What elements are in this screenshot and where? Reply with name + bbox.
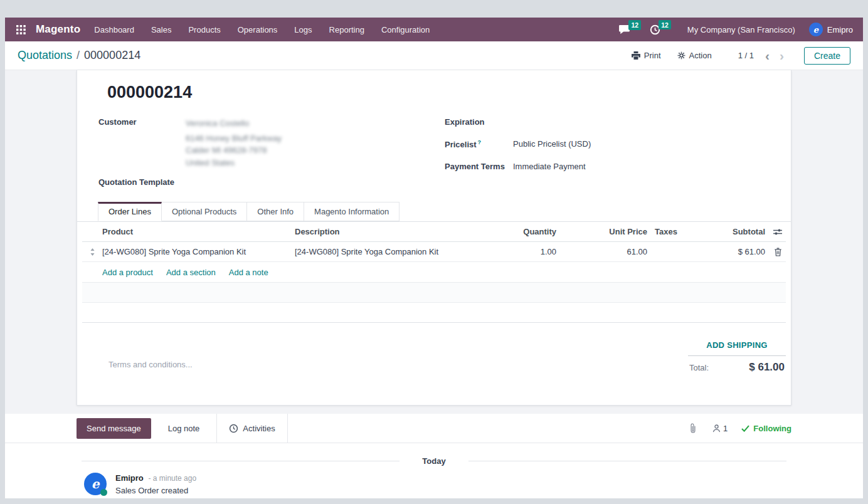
activities-label: Activities bbox=[243, 424, 275, 433]
add-note-link[interactable]: Add a note bbox=[229, 268, 268, 277]
customer-field[interactable]: Veronica Costello 6146 Honey Bluff Parkw… bbox=[186, 117, 282, 169]
cell-subtotal: $ 61.00 bbox=[699, 247, 765, 256]
payment-terms-label: Payment Terms bbox=[445, 162, 513, 171]
tab-optional-products[interactable]: Optional Products bbox=[162, 202, 247, 221]
menu-logs[interactable]: Logs bbox=[294, 25, 312, 34]
table-row[interactable]: [24-WG080] Sprite Yoga Companion Kit [24… bbox=[82, 242, 786, 262]
menu-products[interactable]: Products bbox=[188, 25, 220, 34]
pricelist-field[interactable]: Public Pricelist (USD) bbox=[513, 139, 591, 149]
quotation-template-label: Quotation Template bbox=[98, 177, 174, 187]
breadcrumb-quotations[interactable]: Quotations bbox=[18, 49, 72, 62]
customer-address-city: Calder MI 49628-7978 bbox=[186, 144, 282, 157]
followers-button[interactable]: 1 bbox=[712, 424, 728, 433]
total-amount: $ 61.00 bbox=[749, 361, 785, 374]
top-navbar: Magento Dashboard Sales Products Operati… bbox=[5, 18, 863, 41]
drag-handle-icon[interactable] bbox=[90, 248, 95, 256]
following-label: Following bbox=[753, 424, 791, 433]
activities-button[interactable]: 12 bbox=[650, 24, 671, 35]
customer-name[interactable]: Veronica Costello bbox=[186, 117, 282, 130]
gear-icon bbox=[677, 51, 685, 60]
create-button[interactable]: Create bbox=[804, 47, 850, 65]
messages-button[interactable]: 12 bbox=[618, 24, 641, 34]
breadcrumb: Quotations / 000000214 bbox=[18, 49, 140, 62]
next-page-button[interactable]: › bbox=[776, 49, 788, 62]
menu-operations[interactable]: Operations bbox=[238, 25, 278, 34]
company-switcher[interactable]: My Company (San Francisco) bbox=[687, 25, 795, 34]
message-author-avatar[interactable]: e bbox=[84, 473, 107, 495]
paperclip-icon bbox=[688, 423, 698, 433]
app-brand[interactable]: Magento bbox=[36, 23, 80, 36]
control-panel: Quotations / 000000214 Print Action 1 / … bbox=[5, 41, 863, 70]
cell-product[interactable]: [24-WG080] Sprite Yoga Companion Kit bbox=[102, 247, 295, 256]
form-view: 000000214 Customer Veronica Costello 614… bbox=[5, 70, 863, 414]
user-menu[interactable]: Emipro bbox=[827, 25, 853, 34]
notebook-tabs: Order Lines Optional Products Other Info… bbox=[77, 202, 791, 222]
add-product-link[interactable]: Add a product bbox=[102, 268, 153, 277]
empty-table-row bbox=[82, 283, 786, 303]
page-title: 000000214 bbox=[107, 83, 770, 102]
col-description: Description bbox=[295, 227, 483, 236]
tab-magento-information[interactable]: Magento Information bbox=[304, 202, 400, 221]
totals-box: ADD SHIPPING Total: $ 61.00 bbox=[688, 337, 786, 374]
total-label: Total: bbox=[689, 363, 709, 372]
totals-section: Terms and conditions... ADD SHIPPING Tot… bbox=[77, 323, 791, 374]
add-shipping-button[interactable]: ADD SHIPPING bbox=[688, 340, 786, 350]
online-status-dot bbox=[100, 489, 107, 496]
menu-configuration[interactable]: Configuration bbox=[381, 25, 430, 34]
menu-dashboard[interactable]: Dashboard bbox=[94, 25, 134, 34]
user-avatar[interactable]: e bbox=[809, 23, 823, 36]
followers-count: 1 bbox=[723, 424, 728, 433]
pager: 1 / 1 ‹ › bbox=[738, 49, 788, 62]
menu-reporting[interactable]: Reporting bbox=[329, 25, 364, 34]
cell-unit-price[interactable]: 61.00 bbox=[556, 247, 647, 256]
send-message-button[interactable]: Send message bbox=[77, 418, 151, 439]
tab-order-lines[interactable]: Order Lines bbox=[98, 202, 162, 221]
apps-grid-icon bbox=[16, 25, 26, 34]
action-label: Action bbox=[689, 51, 712, 60]
menu-sales[interactable]: Sales bbox=[151, 25, 172, 34]
col-product: Product bbox=[102, 227, 295, 236]
print-button[interactable]: Print bbox=[632, 51, 661, 60]
terms-and-conditions-input[interactable]: Terms and conditions... bbox=[109, 360, 193, 374]
customer-address-country: United States bbox=[186, 157, 282, 169]
date-divider-label: Today bbox=[422, 456, 445, 466]
person-icon bbox=[712, 424, 721, 433]
table-header-row: Product Description Quantity Unit Price … bbox=[82, 222, 786, 242]
following-button[interactable]: Following bbox=[741, 424, 791, 433]
prev-page-button[interactable]: ‹ bbox=[761, 49, 773, 62]
cell-description[interactable]: [24-WG080] Sprite Yoga Companion Kit bbox=[295, 247, 483, 256]
pager-count: 1 / 1 bbox=[738, 51, 754, 60]
schedule-activity-button[interactable]: Activities bbox=[216, 414, 287, 443]
breadcrumb-separator: / bbox=[77, 49, 80, 62]
check-icon bbox=[741, 425, 749, 432]
chatter: Send message Log note Activities bbox=[5, 414, 863, 498]
cell-quantity[interactable]: 1.00 bbox=[483, 247, 556, 256]
tab-other-info[interactable]: Other Info bbox=[247, 202, 304, 221]
delete-row-icon[interactable] bbox=[774, 248, 782, 256]
optional-columns-icon[interactable] bbox=[773, 228, 782, 236]
order-lines-table: Product Description Quantity Unit Price … bbox=[82, 222, 786, 323]
chatter-message: e Emipro - a minute ago Sales Order crea… bbox=[84, 473, 863, 495]
print-label: Print bbox=[644, 51, 661, 60]
apps-menu-button[interactable] bbox=[13, 25, 29, 34]
table-add-row: Add a product Add a section Add a note bbox=[82, 262, 786, 283]
breadcrumb-current: 000000214 bbox=[84, 49, 140, 62]
col-subtotal: Subtotal bbox=[699, 227, 765, 236]
control-panel-right: Print Action 1 / 1 ‹ › Create bbox=[615, 47, 850, 65]
chatter-right-tools: 1 Following bbox=[688, 423, 863, 433]
action-button[interactable]: Action bbox=[677, 51, 712, 60]
attachment-button[interactable] bbox=[688, 423, 698, 433]
message-author[interactable]: Emipro bbox=[115, 473, 144, 483]
expiration-label: Expiration bbox=[445, 117, 513, 127]
log-note-button[interactable]: Log note bbox=[168, 424, 200, 433]
payment-terms-field[interactable]: Immediate Payment bbox=[513, 162, 586, 171]
col-taxes: Taxes bbox=[647, 227, 699, 236]
activities-badge: 12 bbox=[659, 20, 671, 30]
messages-badge: 12 bbox=[628, 20, 641, 30]
customer-address-street: 6146 Honey Bluff Parkway bbox=[186, 132, 282, 145]
add-section-link[interactable]: Add a section bbox=[166, 268, 216, 277]
date-divider: Today bbox=[82, 456, 786, 466]
app-window: Magento Dashboard Sales Products Operati… bbox=[5, 18, 863, 498]
customer-label: Customer bbox=[98, 117, 186, 169]
pricelist-help-icon[interactable]: ? bbox=[478, 139, 482, 145]
